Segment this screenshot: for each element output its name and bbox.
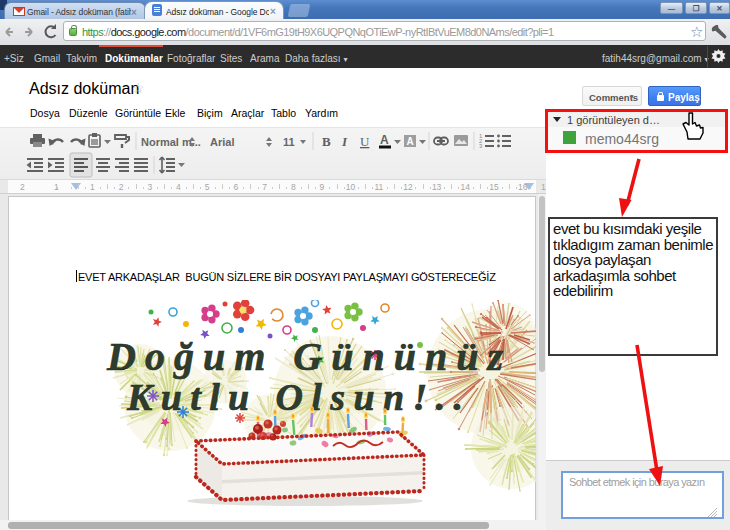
svg-text:B: B [322, 134, 331, 149]
svg-text:Kutlu Olsun!..: Kutlu Olsun!.. [126, 376, 463, 418]
svg-text:3: 3 [479, 143, 483, 149]
svg-text:A: A [407, 136, 414, 147]
svg-text:A: A [380, 133, 389, 147]
svg-text:U: U [360, 134, 370, 149]
svg-text:I: I [341, 134, 348, 149]
